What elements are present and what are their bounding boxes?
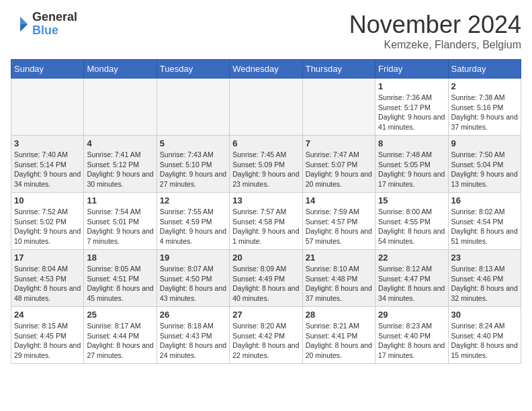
day-info: Sunrise: 8:05 AM Sunset: 4:51 PM Dayligh… — [87, 264, 153, 304]
day-info: Sunrise: 8:04 AM Sunset: 4:53 PM Dayligh… — [14, 264, 81, 304]
day-number: 18 — [87, 253, 153, 263]
weekday-header-row: SundayMondayTuesdayWednesdayThursdayFrid… — [11, 60, 521, 79]
week-row: 1Sunrise: 7:36 AM Sunset: 5:17 PM Daylig… — [11, 79, 521, 136]
day-info: Sunrise: 8:23 AM Sunset: 4:40 PM Dayligh… — [378, 321, 445, 361]
day-number: 10 — [14, 195, 81, 205]
day-number: 14 — [306, 195, 372, 205]
day-info: Sunrise: 8:21 AM Sunset: 4:41 PM Dayligh… — [306, 321, 372, 361]
day-number: 11 — [87, 195, 153, 205]
calendar-cell — [230, 79, 302, 136]
svg-marker-0 — [20, 17, 28, 24]
calendar-cell: 1Sunrise: 7:36 AM Sunset: 5:17 PM Daylig… — [375, 79, 448, 136]
svg-marker-1 — [20, 24, 28, 32]
day-number: 15 — [378, 195, 445, 205]
day-info: Sunrise: 8:13 AM Sunset: 4:46 PM Dayligh… — [451, 264, 518, 304]
day-info: Sunrise: 8:10 AM Sunset: 4:48 PM Dayligh… — [306, 264, 372, 304]
calendar-cell: 8Sunrise: 7:48 AM Sunset: 5:05 PM Daylig… — [375, 136, 448, 193]
calendar-cell: 17Sunrise: 8:04 AM Sunset: 4:53 PM Dayli… — [11, 250, 84, 307]
day-number: 16 — [451, 195, 518, 205]
day-number: 6 — [232, 138, 299, 148]
calendar-cell: 24Sunrise: 8:15 AM Sunset: 4:45 PM Dayli… — [11, 307, 84, 364]
day-info: Sunrise: 7:54 AM Sunset: 5:01 PM Dayligh… — [87, 207, 153, 246]
day-info: Sunrise: 7:57 AM Sunset: 4:58 PM Dayligh… — [232, 207, 299, 246]
calendar-cell: 26Sunrise: 8:18 AM Sunset: 4:43 PM Dayli… — [157, 307, 229, 364]
day-info: Sunrise: 8:24 AM Sunset: 4:40 PM Dayligh… — [451, 321, 518, 361]
weekday-header: Thursday — [302, 60, 375, 79]
calendar-cell: 15Sunrise: 8:00 AM Sunset: 4:55 PM Dayli… — [375, 193, 448, 250]
day-info: Sunrise: 8:02 AM Sunset: 4:54 PM Dayligh… — [451, 207, 518, 246]
day-number: 25 — [87, 310, 153, 320]
calendar-cell: 11Sunrise: 7:54 AM Sunset: 5:01 PM Dayli… — [84, 193, 157, 250]
day-number: 9 — [451, 138, 518, 148]
calendar-cell: 12Sunrise: 7:55 AM Sunset: 4:59 PM Dayli… — [157, 193, 229, 250]
day-info: Sunrise: 7:52 AM Sunset: 5:02 PM Dayligh… — [14, 207, 81, 246]
calendar-cell — [11, 79, 84, 136]
calendar-cell: 21Sunrise: 8:10 AM Sunset: 4:48 PM Dayli… — [302, 250, 375, 307]
day-info: Sunrise: 7:38 AM Sunset: 5:16 PM Dayligh… — [451, 93, 518, 132]
logo-text: General Blue — [32, 11, 77, 38]
day-number: 1 — [378, 81, 445, 91]
calendar: SundayMondayTuesdayWednesdayThursdayFrid… — [11, 59, 521, 364]
day-info: Sunrise: 8:17 AM Sunset: 4:44 PM Dayligh… — [87, 321, 153, 361]
calendar-cell: 4Sunrise: 7:41 AM Sunset: 5:12 PM Daylig… — [84, 136, 157, 193]
calendar-cell: 28Sunrise: 8:21 AM Sunset: 4:41 PM Dayli… — [302, 307, 375, 364]
day-number: 3 — [14, 138, 81, 148]
day-info: Sunrise: 8:09 AM Sunset: 4:49 PM Dayligh… — [232, 264, 299, 304]
week-row: 24Sunrise: 8:15 AM Sunset: 4:45 PM Dayli… — [11, 307, 521, 364]
title-area: November 2024 Kemzeke, Flanders, Belgium — [349, 11, 521, 51]
day-info: Sunrise: 8:20 AM Sunset: 4:42 PM Dayligh… — [232, 321, 299, 361]
day-info: Sunrise: 7:43 AM Sunset: 5:10 PM Dayligh… — [160, 150, 226, 189]
day-number: 7 — [306, 138, 372, 148]
logo-blue-text: Blue — [32, 24, 77, 38]
day-number: 13 — [232, 195, 299, 205]
day-number: 5 — [160, 138, 226, 148]
day-number: 28 — [306, 310, 372, 320]
day-info: Sunrise: 8:07 AM Sunset: 4:50 PM Dayligh… — [160, 264, 226, 304]
day-info: Sunrise: 8:12 AM Sunset: 4:47 PM Dayligh… — [378, 264, 445, 304]
calendar-cell — [157, 79, 229, 136]
calendar-cell: 5Sunrise: 7:43 AM Sunset: 5:10 PM Daylig… — [157, 136, 229, 193]
week-row: 17Sunrise: 8:04 AM Sunset: 4:53 PM Dayli… — [11, 250, 521, 307]
week-row: 3Sunrise: 7:40 AM Sunset: 5:14 PM Daylig… — [11, 136, 521, 193]
month-title: November 2024 — [349, 11, 521, 39]
day-number: 29 — [378, 310, 445, 320]
calendar-cell: 23Sunrise: 8:13 AM Sunset: 4:46 PM Dayli… — [448, 250, 521, 307]
calendar-cell: 7Sunrise: 7:47 AM Sunset: 5:07 PM Daylig… — [302, 136, 375, 193]
day-number: 27 — [232, 310, 299, 320]
calendar-cell: 19Sunrise: 8:07 AM Sunset: 4:50 PM Dayli… — [157, 250, 229, 307]
calendar-cell: 29Sunrise: 8:23 AM Sunset: 4:40 PM Dayli… — [375, 307, 448, 364]
calendar-cell: 3Sunrise: 7:40 AM Sunset: 5:14 PM Daylig… — [11, 136, 84, 193]
calendar-cell: 2Sunrise: 7:38 AM Sunset: 5:16 PM Daylig… — [448, 79, 521, 136]
calendar-cell: 10Sunrise: 7:52 AM Sunset: 5:02 PM Dayli… — [11, 193, 84, 250]
calendar-cell — [302, 79, 375, 136]
calendar-cell — [84, 79, 157, 136]
day-number: 30 — [451, 310, 518, 320]
day-number: 21 — [306, 253, 372, 263]
day-info: Sunrise: 7:45 AM Sunset: 5:09 PM Dayligh… — [232, 150, 299, 189]
day-info: Sunrise: 7:36 AM Sunset: 5:17 PM Dayligh… — [378, 93, 445, 132]
day-number: 23 — [451, 253, 518, 263]
day-info: Sunrise: 7:48 AM Sunset: 5:05 PM Dayligh… — [378, 150, 445, 189]
week-row: 10Sunrise: 7:52 AM Sunset: 5:02 PM Dayli… — [11, 193, 521, 250]
calendar-cell: 20Sunrise: 8:09 AM Sunset: 4:49 PM Dayli… — [230, 250, 302, 307]
weekday-header: Sunday — [11, 60, 84, 79]
day-info: Sunrise: 7:47 AM Sunset: 5:07 PM Dayligh… — [306, 150, 372, 189]
weekday-header: Wednesday — [230, 60, 302, 79]
calendar-cell: 16Sunrise: 8:02 AM Sunset: 4:54 PM Dayli… — [448, 193, 521, 250]
day-number: 22 — [378, 253, 445, 263]
day-info: Sunrise: 7:59 AM Sunset: 4:57 PM Dayligh… — [306, 207, 372, 246]
day-number: 24 — [14, 310, 81, 320]
day-number: 4 — [87, 138, 153, 148]
weekday-header: Friday — [375, 60, 448, 79]
day-number: 19 — [160, 253, 226, 263]
logo-icon — [11, 15, 30, 34]
calendar-cell: 22Sunrise: 8:12 AM Sunset: 4:47 PM Dayli… — [375, 250, 448, 307]
logo-general-text: General — [32, 11, 77, 24]
day-info: Sunrise: 7:50 AM Sunset: 5:04 PM Dayligh… — [451, 150, 518, 189]
weekday-header: Saturday — [448, 60, 521, 79]
calendar-cell: 18Sunrise: 8:05 AM Sunset: 4:51 PM Dayli… — [84, 250, 157, 307]
day-number: 12 — [160, 195, 226, 205]
day-info: Sunrise: 7:40 AM Sunset: 5:14 PM Dayligh… — [14, 150, 81, 189]
location-title: Kemzeke, Flanders, Belgium — [349, 39, 521, 51]
day-info: Sunrise: 8:15 AM Sunset: 4:45 PM Dayligh… — [14, 321, 81, 361]
